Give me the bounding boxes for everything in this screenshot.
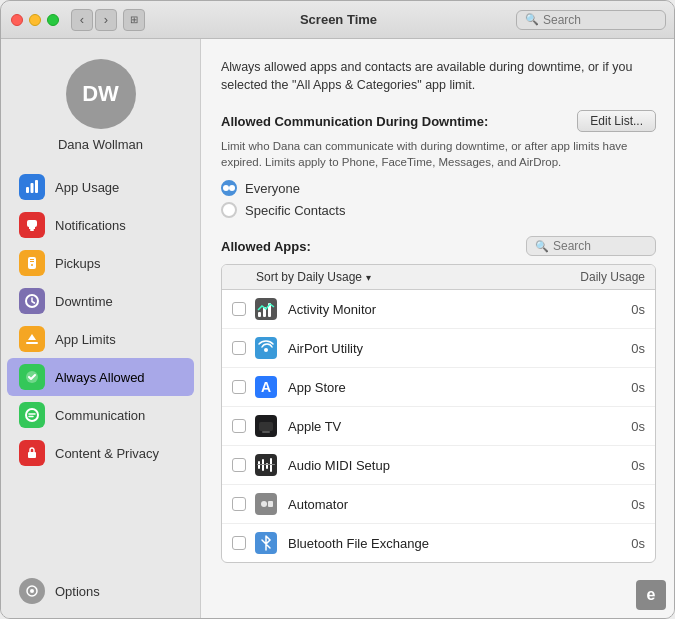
app-checkbox[interactable]	[232, 419, 246, 433]
svg-text:A: A	[261, 379, 271, 395]
table-row: Audio MIDI Setup 0s	[222, 446, 655, 485]
app-usage: 0s	[615, 458, 645, 473]
app-name: Activity Monitor	[288, 302, 615, 317]
svg-rect-31	[266, 463, 268, 469]
svg-rect-0	[26, 187, 29, 193]
app-checkbox[interactable]	[232, 497, 246, 511]
allowed-apps-header: Allowed Apps: 🔍	[221, 236, 656, 256]
apps-table-header: Sort by Daily Usage ▾ Daily Usage	[222, 265, 655, 290]
app-search-icon: 🔍	[535, 240, 549, 253]
app-rows: Activity Monitor 0s AirPort Utility 0s A…	[222, 290, 655, 562]
content-area: Always allowed apps and contacts are ava…	[201, 39, 675, 619]
svg-point-9	[31, 264, 33, 266]
sidebar-item-always-allowed[interactable]: Always Allowed	[7, 358, 194, 396]
app-icon	[254, 492, 278, 516]
sort-button[interactable]: Sort by Daily Usage ▾	[256, 270, 371, 284]
svg-rect-11	[26, 342, 38, 344]
sidebar-item-pickups[interactable]: Pickups	[7, 244, 194, 282]
app-icon	[254, 531, 278, 555]
communication-icon	[19, 402, 45, 428]
minimize-button[interactable]	[29, 14, 41, 26]
app-search-box[interactable]: 🔍	[526, 236, 656, 256]
titlebar-search[interactable]: 🔍	[516, 10, 666, 30]
app-limits-icon	[19, 326, 45, 352]
sidebar-label-app-usage: App Usage	[55, 180, 119, 195]
app-usage-icon	[19, 174, 45, 200]
svg-point-35	[261, 501, 267, 507]
forward-button[interactable]: ›	[95, 9, 117, 31]
svg-rect-4	[29, 227, 35, 229]
sidebar-label-notifications: Notifications	[55, 218, 126, 233]
window-title: Screen Time	[300, 12, 377, 27]
svg-rect-14	[28, 452, 36, 458]
main-layout: DW Dana Wollman App Usage Notifications	[1, 39, 675, 619]
app-name: Bluetooth File Exchange	[288, 536, 615, 551]
sort-chevron-icon: ▾	[366, 272, 371, 283]
radio-everyone[interactable]: Everyone	[221, 180, 656, 196]
svg-rect-36	[268, 501, 273, 507]
svg-rect-7	[30, 259, 34, 260]
grid-button[interactable]: ⊞	[123, 9, 145, 31]
maximize-button[interactable]	[47, 14, 59, 26]
app-usage: 0s	[615, 302, 645, 317]
sidebar: DW Dana Wollman App Usage Notifications	[1, 39, 201, 619]
sidebar-item-app-limits[interactable]: App Limits	[7, 320, 194, 358]
app-icon	[254, 453, 278, 477]
avatar: DW	[66, 59, 136, 129]
allowed-apps-label: Allowed Apps:	[221, 239, 311, 254]
app-checkbox[interactable]	[232, 380, 246, 394]
table-row: Bluetooth File Exchange 0s	[222, 524, 655, 562]
svg-rect-26	[259, 422, 273, 431]
svg-rect-33	[257, 464, 275, 465]
sidebar-label-pickups: Pickups	[55, 256, 101, 271]
app-search-input[interactable]	[553, 239, 647, 253]
allowed-comm-label: Allowed Communication During Downtime:	[221, 114, 488, 129]
sidebar-item-communication[interactable]: Communication	[7, 396, 194, 434]
app-name: Audio MIDI Setup	[288, 458, 615, 473]
comm-sub-text: Limit who Dana can communicate with duri…	[221, 138, 656, 170]
app-checkbox[interactable]	[232, 458, 246, 472]
app-name: Automator	[288, 497, 615, 512]
sidebar-item-options[interactable]: Options	[7, 572, 194, 610]
svg-rect-3	[27, 220, 37, 227]
nav-arrows: ‹ ›	[71, 9, 117, 31]
notifications-icon	[19, 212, 45, 238]
table-row: Automator 0s	[222, 485, 655, 524]
search-input[interactable]	[543, 13, 657, 27]
avatar-name: Dana Wollman	[58, 137, 143, 152]
sidebar-item-downtime[interactable]: Downtime	[7, 282, 194, 320]
radio-circle-specific	[221, 202, 237, 218]
app-usage: 0s	[615, 419, 645, 434]
svg-rect-2	[35, 180, 38, 193]
options-icon	[19, 578, 45, 604]
app-checkbox[interactable]	[232, 302, 246, 316]
col-header-usage: Daily Usage	[580, 270, 645, 284]
svg-rect-1	[31, 183, 34, 193]
app-icon	[254, 297, 278, 321]
sidebar-item-notifications[interactable]: Notifications	[7, 206, 194, 244]
sidebar-item-app-usage[interactable]: App Usage	[7, 168, 194, 206]
radio-specific[interactable]: Specific Contacts	[221, 202, 656, 218]
allowed-comm-row: Allowed Communication During Downtime: E…	[221, 110, 656, 132]
close-button[interactable]	[11, 14, 23, 26]
svg-rect-27	[262, 431, 270, 433]
radio-label-specific: Specific Contacts	[245, 203, 345, 218]
radio-group: Everyone Specific Contacts	[221, 180, 656, 218]
sidebar-label-always-allowed: Always Allowed	[55, 370, 145, 385]
app-usage: 0s	[615, 341, 645, 356]
table-row: A App Store 0s	[222, 368, 655, 407]
app-name: AirPort Utility	[288, 341, 615, 356]
search-icon: 🔍	[525, 13, 539, 26]
app-name: Apple TV	[288, 419, 615, 434]
traffic-lights	[11, 14, 59, 26]
downtime-icon	[19, 288, 45, 314]
back-button[interactable]: ‹	[71, 9, 93, 31]
sidebar-label-downtime: Downtime	[55, 294, 113, 309]
app-checkbox[interactable]	[232, 536, 246, 550]
sidebar-item-content-privacy[interactable]: Content & Privacy	[7, 434, 194, 472]
edit-list-button[interactable]: Edit List...	[577, 110, 656, 132]
titlebar: ‹ › ⊞ Screen Time 🔍	[1, 1, 675, 39]
svg-point-13	[26, 409, 38, 421]
sort-label: Sort by Daily Usage	[256, 270, 362, 284]
app-checkbox[interactable]	[232, 341, 246, 355]
